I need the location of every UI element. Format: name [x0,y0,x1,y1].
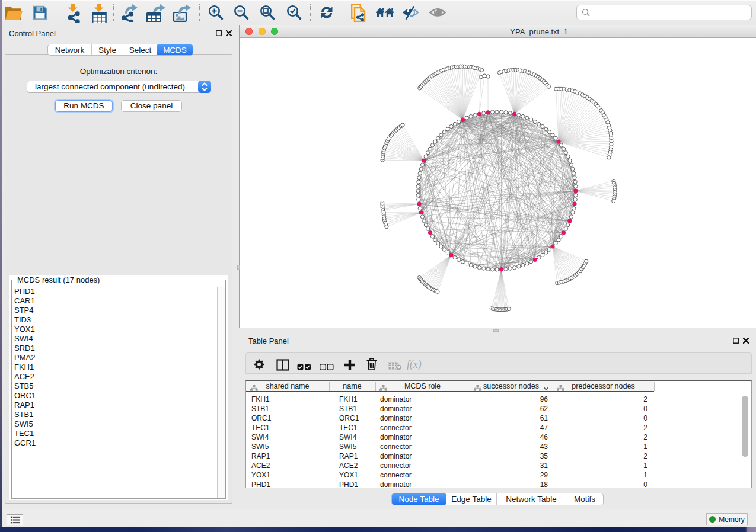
svg-text:f(x): f(x) [407,358,422,371]
